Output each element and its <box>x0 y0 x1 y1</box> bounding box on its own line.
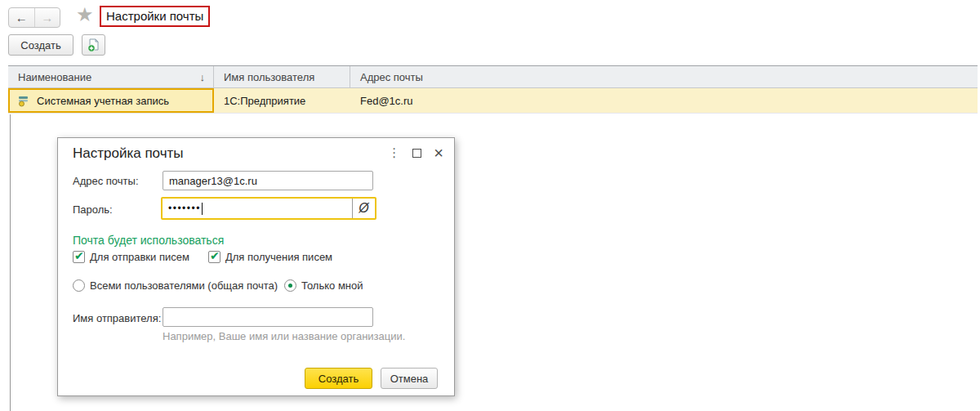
sender-field-label: Имя отправителя: <box>73 312 161 324</box>
password-masked-value: ••••••• <box>168 203 201 214</box>
create-button[interactable]: Создать <box>8 34 74 56</box>
column-label: Наименование <box>18 71 91 83</box>
eye-slash-icon[interactable]: Ø <box>352 199 375 218</box>
checkmark-icon: ✔ <box>74 249 84 262</box>
radio-only-me[interactable]: Только мной <box>284 279 363 292</box>
radio-label: Всеми пользователями (общая почта) <box>90 279 278 292</box>
page-title: Настройки почты <box>100 6 210 27</box>
usage-section-heading: Почта будет использоваться <box>73 234 224 247</box>
dialog-footer: Создать Отмена <box>305 368 438 389</box>
text-caret <box>202 203 203 215</box>
password-field-label: Пароль: <box>73 203 113 216</box>
checkbox-label: Для получения писем <box>225 251 332 263</box>
table-row[interactable]: Системная учетная запись 1С:Предприятие … <box>8 88 978 114</box>
history-nav-group: ← → <box>8 7 60 28</box>
sender-name-input[interactable] <box>163 307 373 327</box>
user-name: 1С:Предприятие <box>224 95 305 107</box>
account-name: Системная учетная запись <box>37 95 169 107</box>
checkbox-send-mail[interactable]: ✔ Для отправки писем <box>73 251 189 263</box>
kebab-menu-icon[interactable]: ⋮ <box>388 145 400 160</box>
table-body-left-border <box>10 114 11 411</box>
cell-account-name[interactable]: Системная учетная запись <box>8 88 214 113</box>
cell-email[interactable]: Fed@1c.ru <box>350 88 978 113</box>
new-group-button[interactable] <box>82 34 105 56</box>
document-plus-icon <box>87 38 100 52</box>
dialog-window-controls: ⋮ × <box>388 145 443 160</box>
sort-down-icon[interactable]: ↓ <box>200 71 206 83</box>
mail-accounts-table: Наименование ↓ Имя пользователя Адрес по… <box>8 65 978 114</box>
radio-label: Только мной <box>301 279 363 292</box>
radio-circle-selected[interactable] <box>284 279 296 292</box>
password-input[interactable]: ••••••• Ø <box>161 197 376 220</box>
table-header-row: Наименование ↓ Имя пользователя Адрес по… <box>8 65 978 88</box>
radio-all-users[interactable]: Всеми пользователями (общая почта) <box>73 279 278 292</box>
back-button[interactable]: ← <box>9 8 34 27</box>
dialog-create-button[interactable]: Создать <box>305 368 372 389</box>
checkbox-receive-mail[interactable]: ✔ Для получения писем <box>208 251 332 263</box>
column-header-email[interactable]: Адрес почты <box>350 66 978 87</box>
email-value: Fed@1c.ru <box>360 95 413 107</box>
dialog-title: Настройка почты <box>73 145 184 162</box>
column-label: Имя пользователя <box>224 71 314 83</box>
email-input[interactable] <box>163 171 373 190</box>
back-arrow-icon: ← <box>16 11 28 25</box>
maximize-icon[interactable] <box>412 149 421 158</box>
column-header-user[interactable]: Имя пользователя <box>214 66 350 87</box>
checkmark-icon: ✔ <box>210 249 220 262</box>
column-label: Адрес почты <box>360 71 423 83</box>
checkbox-box[interactable]: ✔ <box>208 251 220 263</box>
mail-settings-dialog: Настройка почты ⋮ × Адрес почты: Пароль:… <box>57 137 455 396</box>
favorite-star-icon[interactable]: ★ <box>76 3 94 26</box>
radio-dot <box>288 284 292 288</box>
dialog-cancel-button[interactable]: Отмена <box>381 368 438 389</box>
radio-circle[interactable] <box>73 279 85 292</box>
checkbox-label: Для отправки писем <box>90 251 189 263</box>
sender-hint-text: Например, Ваше имя или название организа… <box>163 330 405 342</box>
close-icon[interactable]: × <box>434 147 443 159</box>
usage-checkbox-row: ✔ Для отправки писем ✔ Для получения пис… <box>73 251 332 263</box>
forward-arrow-icon: → <box>41 11 53 25</box>
checkbox-box[interactable]: ✔ <box>73 251 85 263</box>
forward-button[interactable]: → <box>34 8 60 27</box>
cell-user-name[interactable]: 1С:Предприятие <box>214 88 350 113</box>
column-header-name[interactable]: Наименование ↓ <box>8 66 214 87</box>
email-field-label: Адрес почты: <box>73 175 139 187</box>
mail-account-icon <box>18 95 31 107</box>
